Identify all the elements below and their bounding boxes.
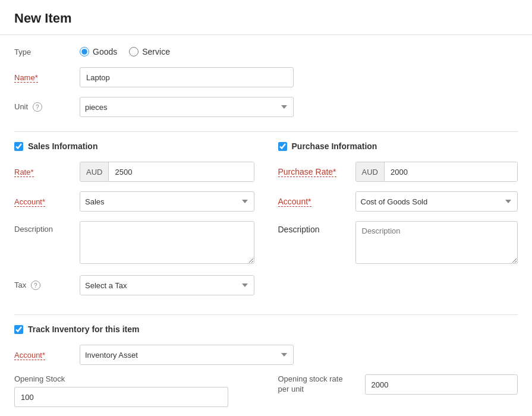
purchase-account-select[interactable]: Cost of Goods Sold Purchases Other Expen…	[355, 191, 518, 212]
inventory-section-label: Track Inventory for this item	[28, 324, 140, 334]
sales-description-container	[80, 221, 254, 266]
purchase-currency: AUD	[356, 162, 385, 181]
opening-rate-field: Opening stock rate per unit	[278, 374, 518, 407]
purchase-description-label: Description	[278, 225, 355, 234]
unit-select[interactable]: pieces kg liters hours	[80, 97, 294, 117]
type-service-option[interactable]: Service	[129, 47, 170, 56]
sales-account-select[interactable]: Sales Service Revenue Other Income	[80, 191, 254, 212]
type-label: Type	[14, 48, 80, 56]
sales-rate-input[interactable]	[109, 162, 253, 181]
purchase-rate-input[interactable]	[385, 162, 517, 181]
purchase-section-label: Purchase Information	[292, 141, 377, 151]
name-field-container	[80, 67, 294, 87]
page-title: New Item	[14, 11, 518, 26]
opening-rate-label: Opening stock rate per unit	[278, 374, 355, 395]
sales-rate-label: Rate*	[14, 168, 80, 177]
purchase-account-container: Cost of Goods Sold Purchases Other Expen…	[355, 191, 518, 212]
type-service-label: Service	[142, 47, 170, 56]
inventory-checkbox[interactable]	[14, 325, 23, 334]
unit-field-container: pieces kg liters hours	[80, 97, 294, 117]
opening-rate-input[interactable]	[365, 374, 518, 395]
purchase-rate-field: AUD	[355, 162, 518, 182]
purchase-description-container	[355, 221, 518, 266]
type-goods-radio[interactable]	[80, 47, 89, 56]
sales-section-label: Sales Information	[28, 141, 97, 151]
purchase-description-input[interactable]	[355, 221, 518, 264]
sales-section: Sales Information Rate* AUD	[14, 141, 266, 305]
type-goods-label: Goods	[93, 47, 117, 56]
purchase-rate-container: AUD	[355, 162, 518, 182]
purchase-section: Purchase Information Purchase Rate* AUD	[266, 141, 518, 305]
sales-rate-container: AUD	[80, 162, 254, 182]
inventory-account-container: Inventory Asset Other Asset	[80, 345, 294, 365]
type-radio-group: Goods Service	[80, 47, 294, 56]
opening-stock-input[interactable]	[14, 387, 228, 407]
sales-tax-container: Select a Tax GST 10% GST Free	[80, 275, 254, 295]
sales-checkbox[interactable]	[14, 142, 23, 151]
inventory-account-label: Account*	[14, 351, 80, 360]
name-label: Name*	[14, 73, 80, 82]
sales-account-container: Sales Service Revenue Other Income	[80, 191, 254, 212]
purchase-rate-label: Purchase Rate*	[278, 167, 355, 177]
sales-tax-label: Tax ?	[14, 281, 80, 291]
inventory-section: Track Inventory for this item Account* I…	[14, 324, 518, 407]
inventory-account-select[interactable]: Inventory Asset Other Asset	[80, 345, 294, 365]
purchase-account-label: Account*	[278, 197, 355, 206]
sales-description-label: Description	[14, 225, 80, 234]
opening-rate-label-container: Opening stock rate per unit	[278, 374, 355, 398]
opening-stock-label: Opening Stock	[14, 374, 254, 383]
unit-label: Unit ?	[14, 102, 80, 112]
sales-rate-field: AUD	[80, 162, 254, 182]
opening-stock-field: Opening Stock	[14, 374, 254, 407]
type-service-radio[interactable]	[129, 47, 138, 56]
type-goods-option[interactable]: Goods	[80, 47, 117, 56]
sales-description-input[interactable]	[80, 221, 254, 264]
name-input[interactable]	[80, 67, 294, 87]
tax-help-icon[interactable]: ?	[31, 281, 40, 290]
sales-tax-select[interactable]: Select a Tax GST 10% GST Free	[80, 275, 254, 295]
sales-currency: AUD	[80, 162, 109, 181]
purchase-checkbox[interactable]	[278, 142, 287, 151]
sales-account-label: Account*	[14, 197, 80, 206]
unit-help-icon[interactable]: ?	[33, 102, 42, 112]
opening-rate-input-container	[365, 374, 518, 395]
